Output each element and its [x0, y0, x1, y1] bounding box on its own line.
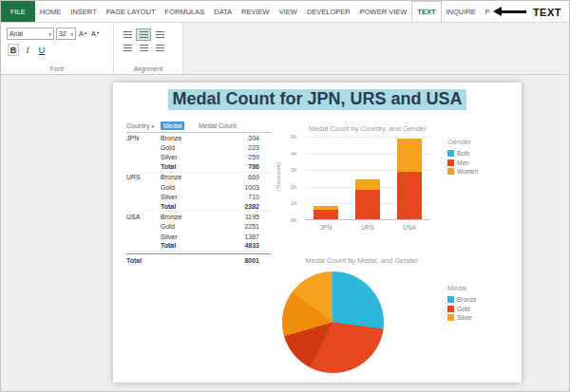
- pie-chart-legend: Medal BronzeGoldSilver: [447, 284, 477, 323]
- column-header-country[interactable]: Country▾: [126, 122, 161, 129]
- bar-segment-men[interactable]: [355, 190, 380, 219]
- align-bottom-icon: [156, 31, 164, 38]
- tab-text[interactable]: TEXT: [411, 1, 441, 22]
- tab-file[interactable]: FILE: [1, 1, 35, 22]
- table-group-total-row: Total786: [126, 162, 271, 172]
- table-row: Silver259: [126, 153, 271, 162]
- column-header-medal-count[interactable]: Medal Count: [199, 122, 271, 129]
- font-name-combo[interactable]: Arial ▾: [7, 28, 54, 40]
- legend-item-bronze[interactable]: Bronze: [447, 295, 477, 305]
- legend-swatch: [447, 314, 454, 321]
- legend-swatch: [447, 159, 454, 166]
- font-size-combo[interactable]: 32 ▾: [56, 28, 76, 40]
- y-tick-label: 5K: [278, 134, 297, 140]
- bar-urs[interactable]: [355, 179, 380, 219]
- table-row: Gold2251: [126, 222, 271, 232]
- excel-window: FILEHOMEINSERTPAGE LAYOUTFORMULASDATAREV…: [0, 0, 570, 392]
- down-caret-icon: ▼: [96, 30, 100, 35]
- tab-view[interactable]: VIEW: [275, 1, 302, 22]
- tab-formulas[interactable]: FORMULAS: [161, 1, 210, 22]
- tab-page-layout[interactable]: PAGE LAYOUT: [102, 1, 161, 22]
- bar-chart[interactable]: [305, 137, 430, 220]
- pie-legend-title: Medal: [447, 284, 477, 292]
- font-name-value: Arial: [10, 30, 23, 37]
- align-left-button[interactable]: [120, 42, 135, 54]
- y-tick-label: 4K: [278, 151, 297, 157]
- report-title[interactable]: Medal Count for JPN, URS and USA: [168, 89, 466, 110]
- x-tick-label: JPN: [305, 224, 347, 231]
- bold-button[interactable]: B: [8, 44, 19, 56]
- text-annotation: TEXT: [489, 3, 565, 21]
- legend-item-gold[interactable]: Gold: [447, 305, 477, 314]
- align-right-button[interactable]: [152, 42, 167, 54]
- ribbon-groups: Arial ▾ 32 ▾ A▲ A▼ B I: [1, 23, 183, 74]
- table-row: Silver710: [126, 192, 271, 201]
- underline-button[interactable]: U: [36, 44, 48, 56]
- table-row: Silver1387: [126, 232, 271, 241]
- bar-chart-x-labels: JPNURSUSA: [305, 224, 430, 231]
- y-tick-label: 1K: [278, 200, 297, 206]
- align-top-button[interactable]: [120, 28, 135, 41]
- align-right-icon: [156, 45, 164, 51]
- ribbon-tabs: FILEHOMEINSERTPAGE LAYOUTFORMULASDATAREV…: [1, 1, 569, 23]
- table-row: USABronze1195: [126, 212, 271, 221]
- grow-font-button[interactable]: A▲: [78, 28, 88, 39]
- tab-home[interactable]: HOME: [35, 1, 66, 22]
- x-tick-label: USA: [389, 224, 430, 231]
- legend-item-women[interactable]: Women: [447, 167, 478, 177]
- align-center-icon: [140, 45, 148, 51]
- left-arrow-icon: [502, 10, 526, 13]
- legend-swatch: [447, 150, 454, 157]
- align-middle-icon: [140, 31, 148, 38]
- column-header-medal[interactable]: Medal: [161, 121, 184, 130]
- bar-segment-men[interactable]: [314, 210, 338, 219]
- tab-inquire[interactable]: INQUIRE: [442, 1, 481, 22]
- legend-item-men[interactable]: Men: [447, 159, 478, 168]
- align-left-icon: [124, 45, 132, 51]
- bar-jpn[interactable]: [314, 206, 338, 219]
- bar-chart-legend: Gender BothMenWomen: [447, 138, 478, 177]
- pie-chart[interactable]: [282, 271, 384, 373]
- legend-item-both[interactable]: Both: [447, 149, 478, 159]
- bar-segment-women[interactable]: [355, 179, 380, 190]
- grand-total-value: 8001: [199, 257, 271, 264]
- annotation-label: TEXT: [533, 7, 561, 18]
- bar-chart-y-ticks: 5K4K3K2K1K0K: [280, 137, 299, 226]
- table-group-total-row: Total2382: [126, 202, 271, 212]
- italic-button[interactable]: I: [22, 44, 33, 56]
- align-top-icon: [124, 31, 132, 38]
- tab-insert[interactable]: INSERT: [66, 1, 101, 22]
- alignment-buttons: [120, 28, 179, 54]
- table-group-total-row: Total4833: [126, 241, 271, 251]
- shrink-font-button[interactable]: A▼: [90, 28, 101, 39]
- font-size-value: 32: [59, 30, 66, 37]
- pie-chart-title: Medal Count by Medal, and Gender: [276, 256, 447, 265]
- y-tick-label: 2K: [278, 184, 297, 190]
- bar-segment-men[interactable]: [397, 172, 422, 219]
- tab-developer[interactable]: DEVELOPER: [302, 1, 355, 22]
- alignment-group: Alignment: [113, 23, 182, 74]
- bar-usa[interactable]: [397, 139, 422, 219]
- up-caret-icon: ▲: [84, 30, 87, 35]
- y-tick-label: 3K: [278, 167, 297, 173]
- powerview-canvas: Medal Count for JPN, URS and USA Country…: [113, 83, 522, 383]
- x-tick-label: URS: [347, 224, 389, 231]
- tab-data[interactable]: DATA: [209, 1, 237, 22]
- align-bottom-button[interactable]: [152, 28, 167, 41]
- y-tick-label: 0K: [278, 217, 297, 223]
- bar-legend-title: Gender: [447, 138, 478, 146]
- grand-total-label: Total: [126, 257, 199, 264]
- bar-segment-women[interactable]: [397, 139, 422, 172]
- table-row: Gold223: [126, 142, 271, 152]
- tab-power-view[interactable]: POWER VIEW: [355, 1, 412, 22]
- bar-legend-items: BothMenWomen: [447, 149, 478, 177]
- align-middle-button[interactable]: [136, 28, 151, 41]
- table-row: URSBronze669: [126, 173, 271, 182]
- tab-review[interactable]: REVIEW: [237, 1, 275, 22]
- column-header-medal-cell: Medal: [161, 122, 199, 129]
- table-row: JPNBronze304: [126, 133, 271, 142]
- legend-item-silver[interactable]: Silver: [447, 313, 477, 323]
- filter-dropdown-icon[interactable]: ▾: [152, 123, 155, 129]
- medal-table: Country▾ Medal Medal Count JPNBronze304G…: [126, 121, 271, 264]
- align-center-button[interactable]: [136, 42, 151, 54]
